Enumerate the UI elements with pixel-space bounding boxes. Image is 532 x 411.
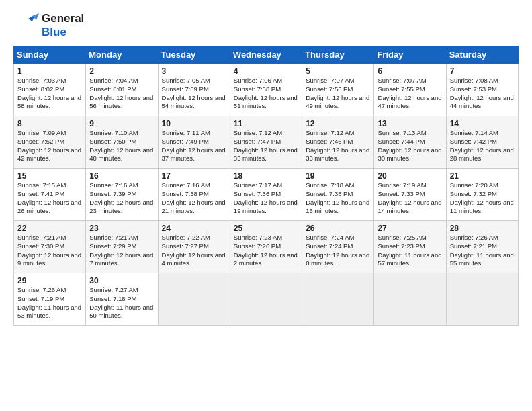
table-row	[230, 273, 302, 326]
table-row: 16 Sunrise: 7:16 AM Sunset: 7:39 PM Dayl…	[86, 169, 158, 221]
daylight-text: Daylight: 12 hours and 9 minutes.	[17, 251, 81, 267]
table-row: 30 Sunrise: 7:27 AM Sunset: 7:18 PM Dayl…	[86, 273, 158, 326]
day-number: 7	[450, 66, 515, 76]
day-info: Sunrise: 7:19 AM Sunset: 7:33 PM Dayligh…	[378, 181, 442, 216]
sunset-text: Sunset: 7:39 PM	[89, 190, 136, 197]
col-monday: Monday	[86, 46, 158, 64]
day-number: 19	[306, 171, 370, 181]
day-number: 12	[306, 119, 370, 128]
daylight-text: Daylight: 11 hours and 53 minutes.	[17, 304, 81, 320]
sunset-text: Sunset: 7:47 PM	[234, 138, 281, 145]
sunrise-text: Sunrise: 7:23 AM	[234, 234, 282, 241]
day-number: 22	[17, 224, 82, 233]
sunrise-text: Sunrise: 7:22 AM	[162, 234, 210, 241]
daylight-text: Daylight: 12 hours and 40 minutes.	[89, 146, 153, 163]
day-info: Sunrise: 7:10 AM Sunset: 7:50 PM Dayligh…	[89, 129, 154, 163]
day-info: Sunrise: 7:23 AM Sunset: 7:26 PM Dayligh…	[234, 234, 298, 268]
day-number: 4	[234, 66, 298, 76]
day-number: 2	[89, 66, 154, 76]
daylight-text: Daylight: 12 hours and 37 minutes.	[162, 146, 226, 163]
sunset-text: Sunset: 7:41 PM	[17, 190, 64, 197]
day-info: Sunrise: 7:07 AM Sunset: 7:55 PM Dayligh…	[378, 77, 442, 111]
sunset-text: Sunset: 8:02 PM	[17, 85, 64, 93]
sunrise-text: Sunrise: 7:05 AM	[162, 77, 210, 84]
table-row: 10 Sunrise: 7:11 AM Sunset: 7:49 PM Dayl…	[158, 116, 230, 169]
sunset-text: Sunset: 7:29 PM	[89, 242, 136, 250]
table-row: 21 Sunrise: 7:20 AM Sunset: 7:32 PM Dayl…	[446, 169, 518, 221]
sunset-text: Sunset: 7:58 PM	[234, 85, 281, 93]
calendar-table: Sunday Monday Tuesday Wednesday Thursday…	[13, 46, 519, 326]
sunrise-text: Sunrise: 7:07 AM	[306, 77, 354, 84]
sunrise-text: Sunrise: 7:12 AM	[234, 129, 282, 136]
daylight-text: Daylight: 12 hours and 4 minutes.	[162, 251, 226, 267]
day-info: Sunrise: 7:26 AM Sunset: 7:21 PM Dayligh…	[450, 234, 515, 268]
daylight-text: Daylight: 12 hours and 23 minutes.	[89, 199, 153, 215]
table-row	[374, 273, 446, 326]
day-number: 30	[89, 276, 154, 285]
sunset-text: Sunset: 7:59 PM	[162, 85, 209, 93]
sunset-text: Sunset: 7:42 PM	[450, 138, 497, 145]
table-row: 25 Sunrise: 7:23 AM Sunset: 7:26 PM Dayl…	[230, 221, 302, 273]
calendar-header-row: Sunday Monday Tuesday Wednesday Thursday…	[14, 46, 519, 64]
sunset-text: Sunset: 7:23 PM	[378, 242, 425, 250]
table-row: 20 Sunrise: 7:19 AM Sunset: 7:33 PM Dayl…	[374, 169, 446, 221]
day-info: Sunrise: 7:21 AM Sunset: 7:29 PM Dayligh…	[89, 234, 154, 268]
table-row: 7 Sunrise: 7:08 AM Sunset: 7:53 PM Dayli…	[446, 64, 518, 116]
sunset-text: Sunset: 7:19 PM	[17, 295, 64, 302]
sunset-text: Sunset: 7:50 PM	[89, 138, 136, 145]
day-number: 9	[89, 119, 154, 128]
daylight-text: Daylight: 12 hours and 16 minutes.	[306, 199, 369, 215]
daylight-text: Daylight: 12 hours and 33 minutes.	[306, 146, 369, 163]
logo-general-text: General	[42, 12, 84, 26]
table-row: 27 Sunrise: 7:25 AM Sunset: 7:23 PM Dayl…	[374, 221, 446, 273]
day-number: 24	[162, 224, 226, 233]
daylight-text: Daylight: 12 hours and 14 minutes.	[378, 199, 441, 215]
sunset-text: Sunset: 7:32 PM	[450, 190, 497, 197]
sunrise-text: Sunrise: 7:18 AM	[306, 181, 354, 189]
day-info: Sunrise: 7:16 AM Sunset: 7:39 PM Dayligh…	[89, 181, 154, 216]
daylight-text: Daylight: 12 hours and 54 minutes.	[162, 94, 226, 110]
day-info: Sunrise: 7:14 AM Sunset: 7:42 PM Dayligh…	[450, 129, 515, 163]
sunset-text: Sunset: 7:18 PM	[89, 295, 136, 302]
daylight-text: Daylight: 12 hours and 0 minutes.	[306, 251, 369, 267]
sunrise-text: Sunrise: 7:07 AM	[378, 77, 426, 84]
day-info: Sunrise: 7:25 AM Sunset: 7:23 PM Dayligh…	[378, 234, 442, 268]
col-wednesday: Wednesday	[230, 46, 302, 64]
day-info: Sunrise: 7:17 AM Sunset: 7:36 PM Dayligh…	[234, 181, 298, 216]
daylight-text: Daylight: 12 hours and 35 minutes.	[234, 146, 298, 163]
table-row: 28 Sunrise: 7:26 AM Sunset: 7:21 PM Dayl…	[446, 221, 518, 273]
table-row: 11 Sunrise: 7:12 AM Sunset: 7:47 PM Dayl…	[230, 116, 302, 169]
day-number: 17	[162, 171, 226, 181]
day-info: Sunrise: 7:22 AM Sunset: 7:27 PM Dayligh…	[162, 234, 226, 268]
sunrise-text: Sunrise: 7:27 AM	[89, 286, 138, 293]
day-number: 16	[89, 171, 154, 181]
day-info: Sunrise: 7:07 AM Sunset: 7:56 PM Dayligh…	[306, 77, 370, 111]
day-number: 26	[306, 224, 370, 233]
day-number: 14	[450, 119, 515, 128]
sunrise-text: Sunrise: 7:09 AM	[17, 129, 66, 136]
sunrise-text: Sunrise: 7:10 AM	[89, 129, 138, 136]
calendar-week-row: 15 Sunrise: 7:15 AM Sunset: 7:41 PM Dayl…	[14, 169, 519, 221]
day-info: Sunrise: 7:13 AM Sunset: 7:44 PM Dayligh…	[378, 129, 442, 163]
day-number: 18	[234, 171, 298, 181]
table-row: 24 Sunrise: 7:22 AM Sunset: 7:27 PM Dayl…	[158, 221, 230, 273]
table-row: 22 Sunrise: 7:21 AM Sunset: 7:30 PM Dayl…	[14, 221, 86, 273]
daylight-text: Daylight: 12 hours and 47 minutes.	[378, 94, 441, 110]
daylight-text: Daylight: 12 hours and 19 minutes.	[234, 199, 298, 215]
table-row	[446, 273, 518, 326]
day-info: Sunrise: 7:20 AM Sunset: 7:32 PM Dayligh…	[450, 181, 515, 216]
daylight-text: Daylight: 12 hours and 7 minutes.	[89, 251, 153, 267]
daylight-text: Daylight: 12 hours and 42 minutes.	[17, 146, 81, 163]
sunset-text: Sunset: 7:55 PM	[378, 85, 425, 93]
table-row: 5 Sunrise: 7:07 AM Sunset: 7:56 PM Dayli…	[302, 64, 374, 116]
table-row: 1 Sunrise: 7:03 AM Sunset: 8:02 PM Dayli…	[14, 64, 86, 116]
day-info: Sunrise: 7:24 AM Sunset: 7:24 PM Dayligh…	[306, 234, 370, 268]
day-number: 6	[378, 66, 442, 76]
table-row: 2 Sunrise: 7:04 AM Sunset: 8:01 PM Dayli…	[86, 64, 158, 116]
day-number: 25	[234, 224, 298, 233]
daylight-text: Daylight: 11 hours and 50 minutes.	[89, 304, 153, 320]
sunset-text: Sunset: 7:46 PM	[306, 138, 353, 145]
day-info: Sunrise: 7:04 AM Sunset: 8:01 PM Dayligh…	[89, 77, 154, 111]
table-row	[158, 273, 230, 326]
sunset-text: Sunset: 7:53 PM	[450, 85, 497, 93]
